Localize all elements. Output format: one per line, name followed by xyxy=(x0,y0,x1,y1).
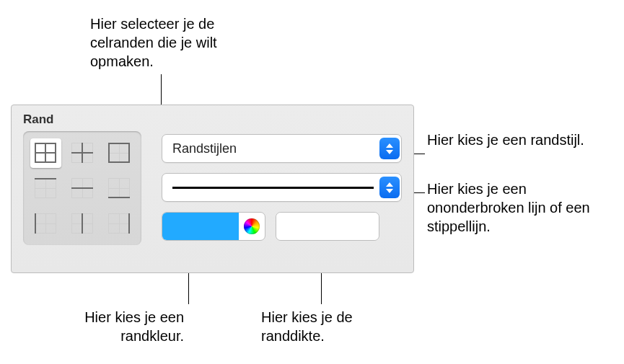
border-preset-vertical[interactable] xyxy=(67,208,98,238)
border-styles-popup[interactable]: Randstijlen xyxy=(162,134,402,163)
callout-color: Hier kies je een randkleur. xyxy=(61,308,184,345)
border-preset-inner[interactable] xyxy=(67,138,98,168)
border-styles-popup-label: Randstijlen xyxy=(172,141,379,156)
border-preset-all[interactable] xyxy=(30,138,61,168)
line-preview xyxy=(172,187,374,189)
callout-thickness: Hier kies je de randdikte. xyxy=(261,308,391,345)
callout-line: Hier kies je een ononderbroken lijn of e… xyxy=(427,179,615,236)
border-preset-right[interactable] xyxy=(103,208,134,238)
border-preset-left[interactable] xyxy=(30,208,61,238)
border-preset-horizontal[interactable] xyxy=(67,174,98,203)
thickness-field[interactable] xyxy=(276,213,379,240)
border-color-button[interactable] xyxy=(162,212,265,241)
border-selector xyxy=(23,131,141,245)
chevron-up-down-icon xyxy=(379,138,400,159)
border-panel: Rand xyxy=(11,105,414,273)
border-preset-outer[interactable] xyxy=(103,138,134,168)
border-preset-bottom[interactable] xyxy=(103,174,134,203)
callout-selector: Hier selecteer je de celranden die je wi… xyxy=(90,14,245,71)
line-type-popup[interactable] xyxy=(162,173,402,202)
color-swatch xyxy=(162,213,239,240)
thickness-stepper[interactable] xyxy=(276,212,379,241)
border-preset-top[interactable] xyxy=(30,174,61,203)
color-wheel-icon[interactable] xyxy=(239,213,265,239)
panel-title: Rand xyxy=(23,112,402,127)
callout-style: Hier kies je een randstijl. xyxy=(427,130,615,149)
chevron-up-down-icon xyxy=(379,177,400,198)
